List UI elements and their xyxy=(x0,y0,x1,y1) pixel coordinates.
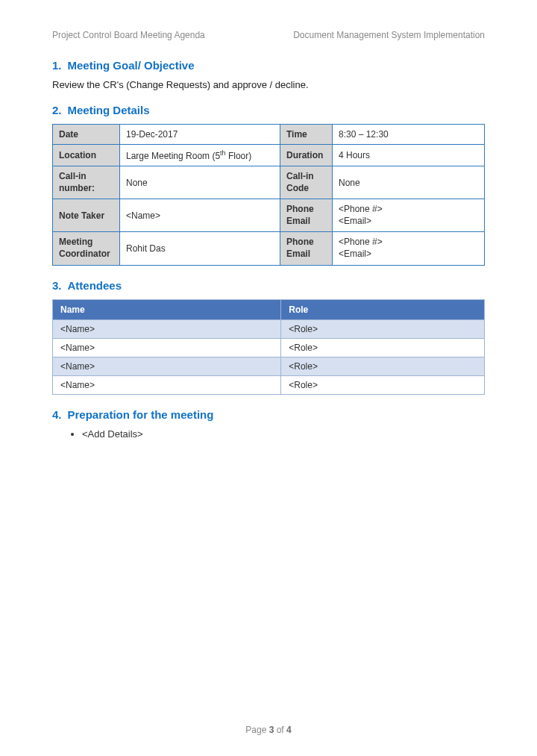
attendees-header-role: Role xyxy=(281,299,485,319)
table-row: Date 19-Dec-2017 Time 8:30 – 12:30 xyxy=(53,125,485,145)
label-location: Location xyxy=(53,145,120,166)
attendee-role: <Role> xyxy=(281,319,485,338)
table-row: <Name> <Role> xyxy=(53,319,485,338)
label-phoneemail-2: Phone Email xyxy=(280,232,333,265)
value-phoneemail-2: <Phone #> <Email> xyxy=(333,232,485,265)
table-row: Note Taker <Name> Phone Email <Phone #> … xyxy=(53,199,485,232)
value-time: 8:30 – 12:30 xyxy=(333,125,485,145)
section-1-title: Meeting Goal/ Objective xyxy=(68,59,195,72)
section-2-number: 2. xyxy=(52,104,62,116)
section-2-title: Meeting Details xyxy=(68,104,150,116)
table-row: Location Large Meeting Room (5th Floor) … xyxy=(53,145,485,166)
header-left: Project Control Board Meeting Agenda xyxy=(52,30,205,40)
label-phoneemail-1: Phone Email xyxy=(280,199,333,232)
table-header-row: Name Role xyxy=(53,299,485,319)
value-duration: 4 Hours xyxy=(333,145,485,166)
label-coordinator: Meeting Coordinator xyxy=(53,232,120,265)
page-footer: Page 3 of 4 xyxy=(0,725,537,735)
section-4-heading: 4.Preparation for the meeting xyxy=(52,408,485,421)
table-row: Meeting Coordinator Rohit Das Phone Emai… xyxy=(53,232,485,265)
attendee-name: <Name> xyxy=(53,338,281,357)
list-item: <Add Details> xyxy=(82,428,485,440)
meeting-details-table: Date 19-Dec-2017 Time 8:30 – 12:30 Locat… xyxy=(52,124,485,266)
attendees-table: Name Role <Name> <Role> <Name> <Role> <N… xyxy=(52,299,485,395)
label-callin: Call-in number: xyxy=(53,166,120,199)
section-3-number: 3. xyxy=(52,279,62,292)
attendee-role: <Role> xyxy=(281,375,485,394)
table-row: <Name> <Role> xyxy=(53,338,485,357)
table-row: Call-in number: None Call-in Code None xyxy=(53,166,485,199)
table-row: <Name> <Role> xyxy=(53,357,485,375)
section-4-number: 4. xyxy=(52,408,62,421)
label-date: Date xyxy=(53,125,120,145)
section-1-heading: 1.Meeting Goal/ Objective xyxy=(52,59,485,72)
page-header: Project Control Board Meeting Agenda Doc… xyxy=(52,30,485,40)
label-callcode: Call-in Code xyxy=(280,166,333,199)
attendee-name: <Name> xyxy=(53,357,281,375)
label-notetaker: Note Taker xyxy=(53,199,120,232)
header-right: Document Management System Implementatio… xyxy=(293,30,485,40)
value-location: Large Meeting Room (5th Floor) xyxy=(120,145,280,166)
attendees-header-name: Name xyxy=(53,299,281,319)
value-date: 19-Dec-2017 xyxy=(120,125,280,145)
value-callcode: None xyxy=(333,166,485,199)
section-3-title: Attendees xyxy=(68,279,122,292)
value-notetaker: <Name> xyxy=(120,199,280,232)
value-callin: None xyxy=(120,166,280,199)
attendee-name: <Name> xyxy=(53,319,281,338)
preparation-list: <Add Details> xyxy=(82,428,485,440)
label-time: Time xyxy=(280,125,333,145)
section-1-number: 1. xyxy=(52,59,62,72)
section-2-heading: 2.Meeting Details xyxy=(52,104,485,116)
section-4-title: Preparation for the meeting xyxy=(68,408,214,421)
attendee-name: <Name> xyxy=(53,375,281,394)
attendee-role: <Role> xyxy=(281,357,485,375)
section-3-heading: 3.Attendees xyxy=(52,279,485,292)
value-phoneemail-1: <Phone #> <Email> xyxy=(333,199,485,232)
attendee-role: <Role> xyxy=(281,338,485,357)
objective-text: Review the CR's (Change Requests) and ap… xyxy=(52,79,485,90)
table-row: <Name> <Role> xyxy=(53,375,485,394)
value-coordinator: Rohit Das xyxy=(120,232,280,265)
label-duration: Duration xyxy=(280,145,333,166)
